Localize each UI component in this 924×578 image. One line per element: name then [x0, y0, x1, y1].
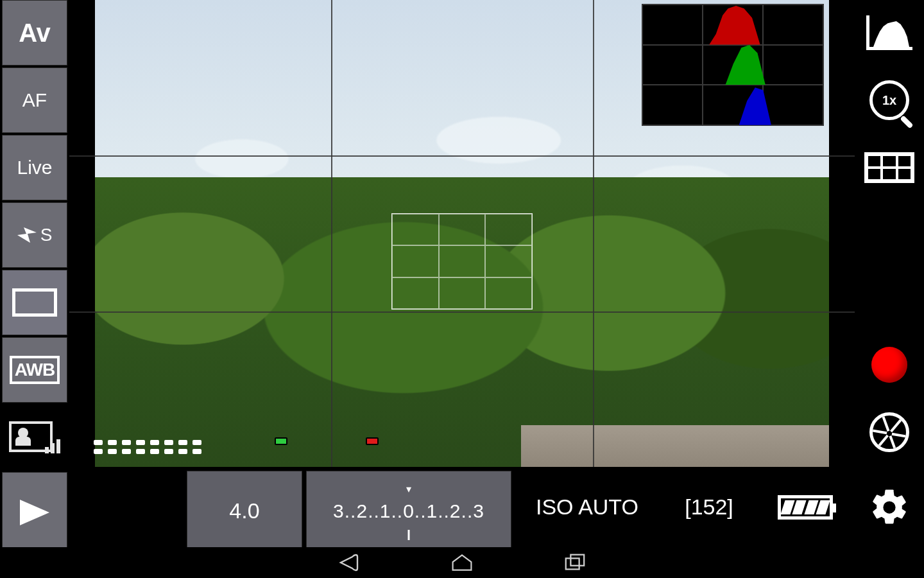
- status-spacer: [69, 467, 185, 547]
- hist-red: [642, 4, 776, 45]
- flash-icon: S: [17, 225, 53, 245]
- rgb-histogram[interactable]: [642, 4, 824, 126]
- nav-back-icon: [338, 553, 360, 572]
- left-rail: Av AF Live S AWB: [0, 0, 69, 547]
- ev-caret-icon: ▾: [406, 483, 411, 495]
- flash-label: S: [40, 225, 53, 245]
- ev-center-tick: [408, 530, 410, 540]
- hist-green: [642, 45, 776, 85]
- live-view[interactable]: [69, 0, 855, 467]
- histogram-toggle[interactable]: [857, 0, 922, 66]
- svg-marker-2: [725, 45, 766, 85]
- android-nav-bar: [0, 547, 924, 578]
- white-balance-button[interactable]: AWB: [2, 337, 67, 403]
- play-icon: [20, 500, 49, 525]
- nav-recent-button[interactable]: [563, 551, 586, 574]
- camera-remote-app: Av AF Live S AWB: [0, 0, 924, 578]
- battery-icon: [778, 495, 833, 520]
- aperture-readout[interactable]: 4.0: [187, 471, 302, 551]
- play-button[interactable]: [2, 472, 67, 552]
- nav-home-button[interactable]: [450, 551, 474, 574]
- grid-icon: [864, 152, 914, 183]
- gear-icon: [868, 486, 911, 529]
- nav-home-icon: [450, 553, 474, 572]
- af-button[interactable]: AF: [2, 67, 67, 133]
- focus-marker-green: [275, 437, 287, 445]
- status-bar: 4.0 ▾ 3..2..1..0..1..2..3 ISO AUTO [152]: [69, 467, 855, 547]
- svg-marker-3: [739, 87, 771, 125]
- level-indicator: [94, 440, 201, 454]
- svg-marker-1: [709, 6, 760, 45]
- svg-rect-4: [566, 558, 579, 569]
- settings-button[interactable]: [857, 467, 922, 547]
- zoom-icon: 1x: [869, 80, 909, 120]
- iso-readout[interactable]: ISO AUTO: [513, 467, 661, 547]
- grid-toggle[interactable]: [857, 135, 922, 200]
- nav-recent-icon: [563, 553, 586, 572]
- exposure-comp-readout[interactable]: ▾ 3..2..1..0..1..2..3: [306, 471, 511, 551]
- focus-marker-red: [366, 437, 379, 445]
- histogram-icon: [866, 15, 912, 50]
- zoom-button[interactable]: 1x: [857, 67, 922, 133]
- ev-scale-label: 3..2..1..0..1..2..3: [333, 500, 484, 522]
- record-button[interactable]: [857, 332, 922, 398]
- af-area-overlay[interactable]: [391, 213, 533, 310]
- drive-mode-button[interactable]: [2, 270, 67, 335]
- mode-button[interactable]: Av: [2, 0, 67, 66]
- picture-style-button[interactable]: [2, 405, 67, 470]
- flash-button[interactable]: S: [2, 202, 67, 268]
- shots-remaining: [152]: [661, 467, 757, 547]
- svg-marker-0: [17, 227, 37, 243]
- aperture-button[interactable]: [857, 399, 922, 465]
- battery-indicator: [757, 467, 853, 547]
- record-icon: [871, 347, 907, 383]
- white-balance-icon: AWB: [10, 356, 60, 384]
- hist-blue: [642, 85, 776, 125]
- nav-back-button[interactable]: [338, 551, 361, 574]
- picture-style-icon: [9, 421, 60, 453]
- right-rail: 1x: [855, 0, 924, 547]
- status-tail: [853, 467, 855, 547]
- svg-rect-5: [570, 555, 584, 566]
- aperture-icon: [869, 412, 909, 452]
- live-button[interactable]: Live: [2, 135, 67, 200]
- single-frame-icon: [12, 288, 57, 317]
